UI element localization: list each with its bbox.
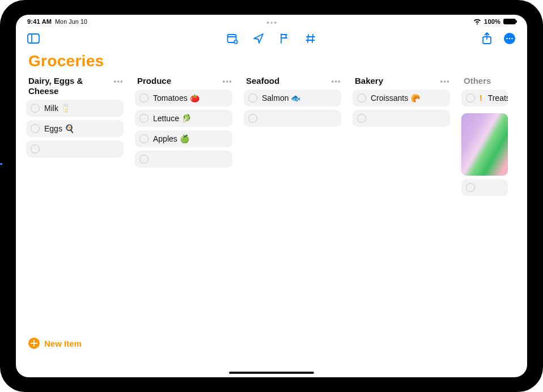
column-dairy: Dairy, Eggs & Cheese ••• Milk 🥛 Eggs 🍳 <box>23 75 127 377</box>
toolbar-right <box>480 31 517 46</box>
complete-radio[interactable] <box>31 144 40 154</box>
ellipsis-icon[interactable]: ••• <box>113 76 124 86</box>
multitask-dots[interactable] <box>267 22 277 24</box>
reminder-item[interactable]: Lettuce 🥬 <box>135 110 232 127</box>
column-others: Others ! Treats for t <box>458 75 511 377</box>
complete-radio[interactable] <box>248 93 257 103</box>
column-cards: Salmon 🐟 <box>240 90 345 127</box>
status-time: 9:41 AM <box>27 18 52 25</box>
new-item-button[interactable]: New Item <box>28 338 82 349</box>
reminder-item[interactable]: Apples 🍏 <box>135 130 232 147</box>
more-button[interactable] <box>502 31 517 46</box>
reminder-label: Salmon 🐟 <box>262 93 300 103</box>
new-item-label: New Item <box>44 339 82 348</box>
attachment-thumbnail[interactable] <box>461 113 508 176</box>
column-title: Bakery <box>355 76 383 86</box>
title-row: Groceries <box>16 50 527 75</box>
calendar-add-button[interactable] <box>225 31 240 46</box>
status-left: 9:41 AM Mon Jun 10 <box>27 18 87 25</box>
svg-point-7 <box>506 38 508 40</box>
location-button[interactable] <box>251 31 266 46</box>
share-button[interactable] <box>480 31 494 46</box>
column-title: Seafood <box>246 76 279 86</box>
reminder-item[interactable]: Croissants 🥐 <box>353 90 450 106</box>
column-title: Produce <box>137 76 171 86</box>
complete-radio[interactable] <box>248 114 257 123</box>
ellipsis-icon[interactable]: ••• <box>222 76 232 86</box>
column-title: Others <box>464 76 491 86</box>
column-title: Dairy, Eggs & Cheese <box>28 76 113 96</box>
complete-radio[interactable] <box>357 114 366 123</box>
reminder-label: Treats for t <box>488 93 508 103</box>
board[interactable]: Dairy, Eggs & Cheese ••• Milk 🥛 Eggs 🍳 P… <box>16 75 527 377</box>
battery-icon <box>503 19 516 24</box>
complete-radio[interactable] <box>466 183 475 192</box>
reminder-item[interactable]: Milk 🥛 <box>26 100 124 117</box>
new-reminder-row[interactable] <box>461 179 508 196</box>
screen: 9:41 AM Mon Jun 10 100% <box>16 15 527 377</box>
new-reminder-row[interactable] <box>244 110 341 127</box>
column-header[interactable]: Others <box>458 75 511 90</box>
column-cards: Tomatoes 🍅 Lettuce 🥬 Apples 🍏 <box>131 90 236 168</box>
toolbar <box>16 27 527 50</box>
complete-radio[interactable] <box>466 93 475 103</box>
column-cards: Milk 🥛 Eggs 🍳 <box>23 100 127 157</box>
complete-radio[interactable] <box>139 155 149 164</box>
plus-circle-icon <box>28 338 40 349</box>
complete-radio[interactable] <box>357 93 366 103</box>
device-frame: 9:41 AM Mon Jun 10 100% <box>0 0 543 392</box>
svg-rect-0 <box>28 34 39 43</box>
list-title: Groceries <box>28 52 515 70</box>
home-indicator[interactable] <box>229 372 314 374</box>
wifi-icon <box>473 18 481 25</box>
flag-button[interactable] <box>277 31 292 46</box>
status-right: 100% <box>473 18 516 25</box>
reminder-label: Milk 🥛 <box>44 104 70 113</box>
column-header[interactable]: Dairy, Eggs & Cheese ••• <box>23 75 127 100</box>
new-reminder-row[interactable] <box>26 140 124 157</box>
reminder-item[interactable]: Tomatoes 🍅 <box>135 90 232 106</box>
complete-radio[interactable] <box>31 124 40 133</box>
new-reminder-row[interactable] <box>135 151 232 168</box>
reminder-item[interactable]: Salmon 🐟 <box>244 90 341 106</box>
svg-point-8 <box>509 38 511 40</box>
column-header[interactable]: Bakery ••• <box>349 75 453 90</box>
column-cards: Croissants 🥐 <box>349 90 453 127</box>
column-seafood: Seafood ••• Salmon 🐟 <box>240 75 345 377</box>
column-header[interactable]: Seafood ••• <box>240 75 345 90</box>
complete-radio[interactable] <box>139 114 149 123</box>
column-cards: ! Treats for t <box>458 90 511 196</box>
reminder-label: Eggs 🍳 <box>44 124 74 133</box>
side-indicator <box>0 163 2 165</box>
complete-radio[interactable] <box>139 134 149 143</box>
ellipsis-icon[interactable]: ••• <box>331 76 341 86</box>
status-bar: 9:41 AM Mon Jun 10 100% <box>16 15 527 27</box>
toolbar-center <box>225 31 318 46</box>
complete-radio[interactable] <box>139 93 149 103</box>
reminder-label: Apples 🍏 <box>153 134 189 143</box>
complete-radio[interactable] <box>31 104 40 113</box>
reminder-label: Croissants 🥐 <box>371 93 420 103</box>
reminder-label: Tomatoes 🍅 <box>153 93 200 103</box>
reminder-item[interactable]: Eggs 🍳 <box>26 120 124 137</box>
priority-indicator: ! <box>480 93 482 103</box>
new-reminder-row[interactable] <box>353 110 450 127</box>
ellipsis-icon[interactable]: ••• <box>440 76 450 86</box>
reminder-item[interactable]: ! Treats for t <box>461 90 508 106</box>
status-date: Mon Jun 10 <box>55 18 87 25</box>
column-produce: Produce ••• Tomatoes 🍅 Lettuce 🥬 Apples … <box>131 75 236 377</box>
reminder-label: Lettuce 🥬 <box>153 114 191 123</box>
column-bakery: Bakery ••• Croissants 🥐 <box>349 75 453 377</box>
tag-button[interactable] <box>303 31 318 46</box>
sidebar-toggle-button[interactable] <box>26 31 41 46</box>
column-header[interactable]: Produce ••• <box>131 75 236 90</box>
svg-point-9 <box>511 38 513 40</box>
battery-percent: 100% <box>484 18 500 25</box>
